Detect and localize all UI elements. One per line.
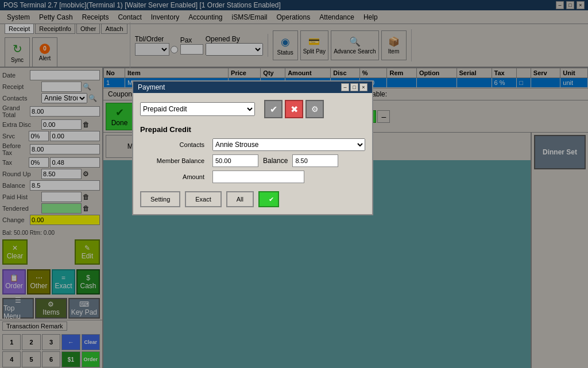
modal-type-row: Prepaid Credit ✔ ✖ ⚙ <box>140 100 365 118</box>
modal-close-button[interactable]: × <box>359 83 368 91</box>
modal-contacts-select[interactable]: Annie Strouse <box>212 138 365 151</box>
member-balance-form-label: Member Balance <box>140 157 209 164</box>
modal-cancel-button[interactable]: ✖ <box>285 100 303 118</box>
member-balance-row: Balance <box>212 154 365 167</box>
payment-modal: Payment – □ × Prepaid Credit ✔ ✖ <box>132 80 373 215</box>
modal-settings-button[interactable]: ⚙ <box>305 100 324 118</box>
modal-maximize-button[interactable]: □ <box>350 83 358 91</box>
modal-amount-input[interactable] <box>212 171 304 183</box>
balance-form-label: Balance <box>263 157 288 165</box>
setting-button[interactable]: Setting <box>140 191 180 207</box>
contacts-form-label: Contacts <box>140 141 209 148</box>
modal-titlebar: Payment – □ × <box>133 82 372 93</box>
modal-titlebar-buttons: – □ × <box>341 83 368 91</box>
modal-buttons: Setting Exact All ✔ <box>140 187 365 207</box>
confirm-green-button[interactable]: ✔ <box>258 191 279 207</box>
confirm-icon: ✔ <box>270 104 277 115</box>
modal-minimize-button[interactable]: – <box>341 83 349 91</box>
modal-content: Prepaid Credit ✔ ✖ ⚙ Prepaid Credit Cont… <box>133 93 372 214</box>
modal-balance-input[interactable] <box>292 154 338 167</box>
member-balance-input[interactable] <box>212 154 258 167</box>
exact-modal-button[interactable]: Exact <box>185 191 222 207</box>
modal-title: Payment <box>138 83 165 91</box>
payment-type-select[interactable]: Prepaid Credit <box>140 102 255 116</box>
modal-action-icons: ✔ ✖ ⚙ <box>264 100 324 118</box>
modal-form: Contacts Annie Strouse Member Balance Ba… <box>140 138 365 183</box>
cancel-icon: ✖ <box>291 104 298 115</box>
modal-section-title: Prepaid Credit <box>140 125 365 134</box>
settings-icon: ⚙ <box>311 104 319 114</box>
amount-form-label: Amount <box>140 173 209 180</box>
all-button[interactable]: All <box>226 191 254 207</box>
modal-overlay: Payment – □ × Prepaid Credit ✔ ✖ <box>0 0 588 368</box>
modal-confirm-button[interactable]: ✔ <box>264 100 283 118</box>
